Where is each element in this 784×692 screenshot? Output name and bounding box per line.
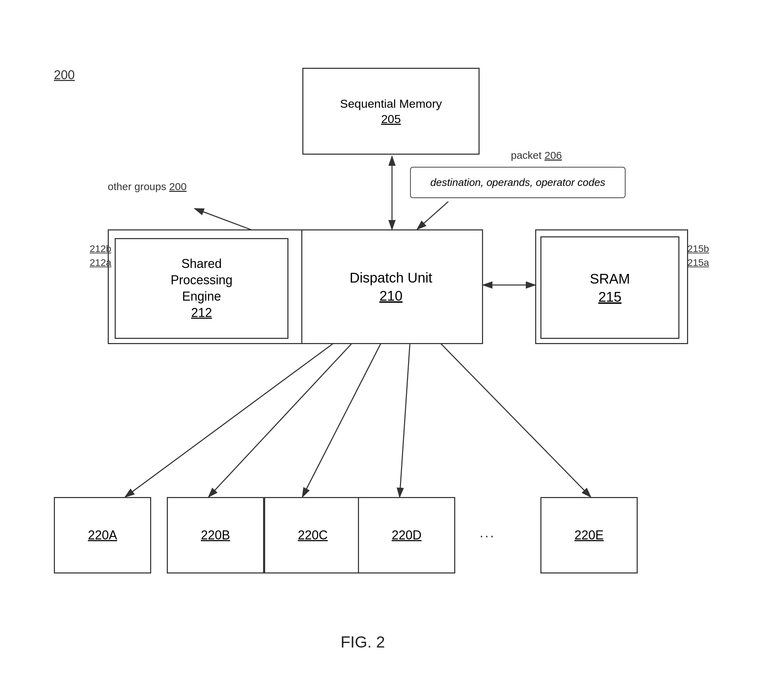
sram-title: SRAM — [590, 270, 630, 288]
label-220e: 220E — [575, 527, 604, 544]
svg-line-12 — [438, 341, 591, 497]
svg-line-8 — [125, 341, 337, 497]
diagram-number-top: 200 — [54, 68, 75, 82]
label-212b: 212b — [90, 243, 111, 254]
exec-unit-220b: 220B — [167, 497, 264, 573]
shared-processing-number: 212 — [191, 305, 212, 321]
sequential-memory-title: Sequential Memory — [340, 96, 442, 111]
packet-content-box: destination, operands, operator codes — [410, 167, 626, 198]
label-212a: 212a — [90, 257, 111, 268]
svg-line-10 — [302, 341, 382, 497]
dots-label: ... — [479, 525, 495, 540]
dispatch-unit-number: 210 — [379, 287, 403, 305]
dispatch-unit-box: Dispatch Unit 210 — [299, 229, 483, 344]
sram-inner: SRAM 215 — [540, 236, 679, 339]
label-220b: 220B — [201, 527, 230, 544]
label-220c: 220C — [298, 527, 328, 544]
svg-line-11 — [400, 341, 410, 497]
exec-unit-220e: 220E — [540, 497, 638, 573]
packet-content-text: destination, operands, operator codes — [430, 176, 605, 188]
label-220a: 220A — [88, 527, 117, 544]
other-groups-label: other groups 200 — [108, 181, 187, 193]
exec-unit-220c: 220C — [264, 497, 361, 573]
label-215b: 215b — [687, 243, 709, 254]
label-220d: 220D — [392, 527, 422, 544]
sequential-memory-number: 205 — [381, 111, 401, 127]
shared-processing-title: SharedProcessingEngine — [171, 256, 232, 305]
figure-label: FIG. 2 — [341, 633, 385, 651]
packet-label: packet 206 — [511, 150, 562, 161]
shared-processing-inner: SharedProcessingEngine 212 — [115, 238, 288, 339]
svg-line-4 — [417, 202, 448, 229]
sram-number: 215 — [598, 288, 622, 306]
svg-line-9 — [209, 341, 354, 497]
diagram: 200 Sequential Memory 205 packet 206 des… — [0, 0, 784, 692]
exec-unit-220a: 220A — [54, 497, 151, 573]
exec-unit-220d: 220D — [358, 497, 455, 573]
label-215a: 215a — [687, 257, 709, 268]
sequential-memory-box: Sequential Memory 205 — [302, 68, 479, 155]
dispatch-unit-title: Dispatch Unit — [349, 269, 432, 287]
